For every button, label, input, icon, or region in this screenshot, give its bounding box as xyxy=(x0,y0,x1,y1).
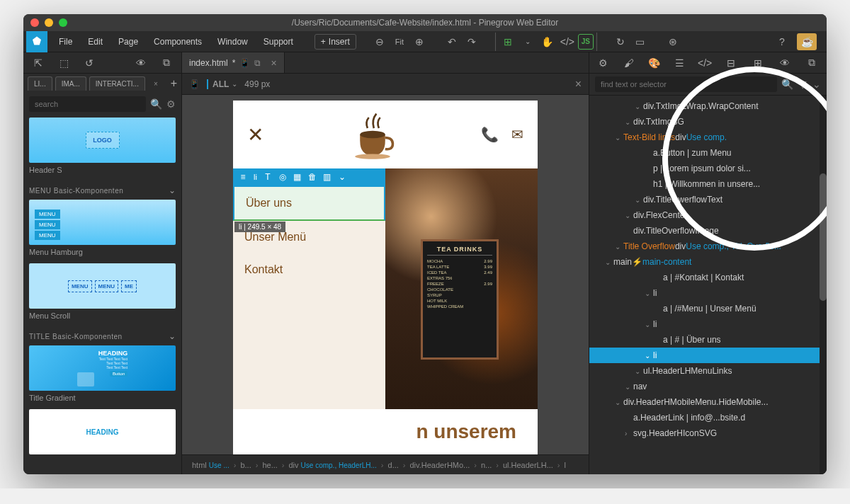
brush-icon[interactable]: 🖌 xyxy=(620,54,638,72)
device-icon[interactable]: 📱 xyxy=(189,79,200,89)
browser-icon[interactable]: ▭ xyxy=(631,33,650,51)
section-menu-components[interactable]: MENU Basic-Komponenten⌄ xyxy=(29,181,176,200)
menu-support[interactable]: Support xyxy=(256,34,300,50)
tree-row[interactable]: ⌄div.TitleOwerflowText xyxy=(589,192,827,207)
search-icon[interactable]: 🔍 xyxy=(150,98,162,110)
tree-row[interactable]: ⌄div.HeaderHMobileMenu.HideMobile... xyxy=(589,394,827,410)
menu-page[interactable]: Page xyxy=(111,34,145,50)
tree-row[interactable]: ⌄li xyxy=(589,285,827,301)
close-menu-icon[interactable]: ✕ xyxy=(247,123,264,147)
breadcrumb-item[interactable]: n... xyxy=(477,461,496,469)
tree-row[interactable]: a.HeaderLink | info@...bsite.d xyxy=(589,410,827,425)
columns-icon[interactable]: ▥ xyxy=(320,170,334,184)
tree-row[interactable]: ›svg.HeaderHIconSVG xyxy=(589,425,827,441)
zoom-out-icon[interactable]: ⊖ xyxy=(370,33,389,51)
tree-row[interactable]: ⌄div.FlexCenter xyxy=(589,207,827,223)
redo-icon[interactable]: ↷ xyxy=(463,33,481,51)
tree-row[interactable]: ⌄div.TxtImgLWrap.WrapContent xyxy=(589,98,827,114)
zoom-in-icon[interactable]: ⊕ xyxy=(410,33,429,51)
scrollbar-thumb[interactable] xyxy=(820,173,827,301)
devices-icon[interactable]: ⧉ xyxy=(254,58,261,68)
menu-window[interactable]: Window xyxy=(210,34,255,50)
element-tag-label[interactable]: li xyxy=(251,170,260,184)
tree-row[interactable]: ⌄Text-Bild links div Use comp. xyxy=(589,130,827,145)
tree-row[interactable]: a | # | Über uns xyxy=(589,332,827,348)
fit-button[interactable]: Fit xyxy=(390,33,409,51)
filter-icon[interactable]: ▽ xyxy=(799,79,807,90)
breadcrumb-item[interactable]: div Use comp., HeaderLH... xyxy=(284,461,380,469)
insert-button[interactable]: + Insert xyxy=(314,34,356,50)
close-viewport-icon[interactable]: × xyxy=(575,78,582,91)
component-search-input[interactable] xyxy=(29,96,146,112)
document-tab-index[interactable]: index.html* 📱 ⧉ × xyxy=(182,52,285,73)
section-title-components[interactable]: TITLE Basic-Komponenten⌄ xyxy=(29,327,176,345)
box-icon[interactable]: ⬚ xyxy=(55,54,73,72)
component-header-s[interactable]: LOGO xyxy=(29,118,176,163)
tree-row[interactable]: ⌄ul.HeaderLHMenuLinks xyxy=(589,363,827,379)
palette-icon[interactable]: 🎨 xyxy=(646,54,663,72)
coffee-button[interactable]: ☕ xyxy=(797,33,817,50)
globe-icon[interactable]: ⊛ xyxy=(664,33,682,51)
chevron-down-icon[interactable]: ⌄ xyxy=(335,170,349,184)
minimize-window-button[interactable] xyxy=(45,18,53,27)
menu-edit[interactable]: Edit xyxy=(81,34,110,50)
menu-file[interactable]: File xyxy=(52,34,79,50)
js-toggle[interactable]: JS xyxy=(578,34,594,50)
mail-icon[interactable]: ✉ xyxy=(511,126,523,143)
tree-row[interactable]: a.Button | zum Menu xyxy=(589,145,827,161)
sliders-icon[interactable]: ⚙ xyxy=(595,54,612,72)
help-icon[interactable]: ? xyxy=(773,33,791,51)
phone-icon[interactable]: 📞 xyxy=(481,126,499,143)
menu-components[interactable]: Components xyxy=(147,34,209,50)
hand-icon[interactable]: ✋ xyxy=(538,33,557,51)
page-canvas[interactable]: ✕ 📞 ✉ ≡ li xyxy=(233,101,538,454)
copy-icon[interactable]: ⧉ xyxy=(157,54,176,72)
refresh-icon[interactable]: ↻ xyxy=(611,33,630,51)
grid-icon[interactable]: ▦ xyxy=(290,170,305,184)
text-edit-icon[interactable]: T xyxy=(261,170,275,184)
tree-row[interactable]: h1 | Willkommen in unsere... xyxy=(589,176,827,192)
viewport-selector[interactable]: ALL⌄ xyxy=(207,79,237,89)
code-icon[interactable]: </> xyxy=(696,54,713,72)
list-icon[interactable]: ☰ xyxy=(671,54,688,72)
close-tab-icon[interactable]: × xyxy=(271,57,276,69)
tree-row[interactable]: ⌄li xyxy=(589,348,827,363)
delete-icon[interactable]: 🗑 xyxy=(305,170,319,184)
nav-item-contact[interactable]: Kontakt xyxy=(233,253,385,286)
breadcrumb-item[interactable]: html Use ... xyxy=(188,461,234,469)
breadcrumb-item[interactable]: ul.HeaderLH... xyxy=(499,461,557,469)
settings-icon[interactable]: ⚙ xyxy=(166,98,176,110)
breadcrumb-item[interactable]: div.HeaderHMo... xyxy=(406,461,475,469)
phone-icon[interactable]: 📱 xyxy=(239,58,250,68)
tree-row[interactable]: ⌄nav xyxy=(589,379,827,394)
tree-row[interactable]: ⌄li xyxy=(589,316,827,332)
component-heading[interactable]: HEADING xyxy=(29,409,176,454)
chevron-down-icon[interactable]: ⌄ xyxy=(812,79,821,90)
tree-row[interactable]: a | /#Menu | Unser Menü xyxy=(589,301,827,316)
breadcrumb-item[interactable]: he... xyxy=(258,461,281,469)
component-menu-hamburg[interactable]: MENU MENU MENU xyxy=(29,200,176,245)
pinegrow-logo[interactable] xyxy=(26,31,47,52)
breadcrumb-item[interactable]: b... xyxy=(236,461,255,469)
nav-item-about[interactable]: Über uns li | 249.5 × 48 xyxy=(233,185,385,221)
copy-icon[interactable]: ⧉ xyxy=(803,54,821,72)
add-tab-button[interactable]: + xyxy=(166,77,181,90)
component-menu-scroll[interactable]: MENU MENU ME xyxy=(29,263,176,309)
breadcrumb-item[interactable]: d... xyxy=(384,461,403,469)
eye-icon[interactable]: 👁 xyxy=(132,54,150,72)
tree-icon[interactable]: ⊟ xyxy=(722,54,740,72)
tab-interactions[interactable]: INTERACTI... xyxy=(89,76,145,91)
tree-row[interactable]: a | #Kontakt | Kontakt xyxy=(589,270,827,285)
target-icon[interactable]: ◎ xyxy=(276,170,290,184)
component-title-gradient[interactable]: HEADING Text Text Text Text Text Text Te… xyxy=(29,345,176,391)
tree-search-input[interactable] xyxy=(595,76,777,92)
tree-row[interactable]: ⌄main ⚡ main-content xyxy=(589,254,827,270)
chevron-down-icon[interactable]: ⌄ xyxy=(518,33,537,51)
close-window-button[interactable] xyxy=(30,18,39,27)
tree-row[interactable]: ⌄Title Overflow div Use comp., TitleOver… xyxy=(589,239,827,254)
tree-row[interactable]: div.TitleOverflowImage xyxy=(589,223,827,239)
undo-icon[interactable]: ↶ xyxy=(443,33,461,51)
eye-icon[interactable]: 👁 xyxy=(776,54,794,72)
import-icon[interactable]: ⇱ xyxy=(29,54,47,72)
breadcrumb-item[interactable]: l xyxy=(560,461,570,469)
